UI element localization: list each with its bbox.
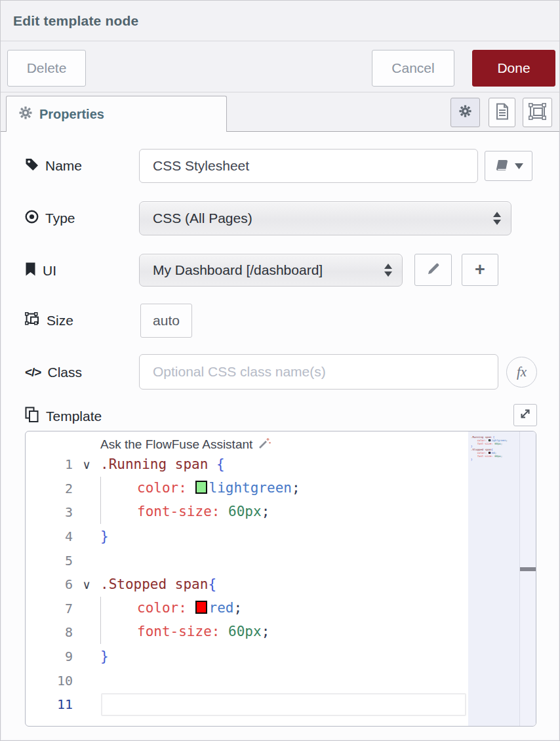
magic-wand-icon	[258, 437, 271, 452]
line-number: 9	[26, 649, 73, 664]
expand-icon	[520, 409, 530, 422]
code-icon: </>	[25, 365, 41, 380]
fold-chevron-icon[interactable]: ∨	[73, 458, 100, 471]
color-swatch[interactable]	[195, 601, 207, 614]
library-button[interactable]	[485, 151, 532, 181]
copy-pages-icon	[25, 407, 39, 426]
tab-properties[interactable]: Properties	[6, 96, 227, 132]
edit-template-node-dialog: Edit template node Delete Cancel Done Pr…	[0, 0, 560, 741]
gear-icon	[19, 106, 32, 122]
line-number: 11	[26, 696, 73, 712]
editor-scrollbar[interactable]	[519, 431, 536, 726]
color-swatch[interactable]	[195, 481, 207, 494]
line-number: 10	[26, 673, 73, 689]
line-number: 5	[26, 553, 73, 569]
minimap-line: }	[471, 458, 518, 462]
assistant-hint-text: Ask the FlowFuse Assistant	[100, 437, 252, 452]
gear-icon	[459, 105, 471, 120]
properties-tab-button[interactable]	[450, 98, 480, 127]
fx-button[interactable]: fx	[506, 357, 537, 388]
template-code-editor[interactable]: Ask the FlowFuse Assistant 1∨.Running sp…	[25, 431, 536, 727]
select-arrows-icon	[493, 212, 501, 225]
code-line[interactable]: 3font-size: 60px;	[26, 500, 536, 525]
class-input[interactable]	[139, 354, 498, 390]
circle-dot-icon	[25, 210, 39, 227]
code-line[interactable]: 5	[26, 548, 536, 572]
tab-properties-label: Properties	[39, 107, 104, 122]
code-line[interactable]: 7color: red;	[26, 597, 536, 621]
code-line[interactable]: 2color: lightgreen;	[26, 477, 536, 501]
dialog-header: Edit template node	[1, 1, 559, 41]
code-line[interactable]: 1∨.Running span {	[26, 452, 536, 477]
properties-panel: Name Type CSS (All Pages)	[1, 132, 559, 740]
type-select[interactable]: CSS (All Pages)	[139, 201, 511, 235]
code-lines[interactable]: 1∨.Running span {2color: lightgreen;3fon…	[26, 452, 536, 717]
line-number: 2	[26, 481, 73, 496]
pencil-icon	[426, 262, 441, 279]
assistant-hint[interactable]: Ask the FlowFuse Assistant	[26, 431, 536, 452]
code-line[interactable]: 11	[26, 692, 536, 717]
done-button[interactable]: Done	[472, 50, 555, 87]
action-bar: Delete Cancel Done	[1, 42, 559, 92]
template-label: Template	[25, 405, 102, 428]
edit-ui-button[interactable]	[414, 254, 452, 286]
code-line[interactable]: 6∨.Stopped span{	[26, 572, 536, 597]
object-group-icon	[529, 103, 546, 123]
line-number: 8	[26, 624, 73, 640]
line-number: 7	[26, 601, 73, 616]
name-input[interactable]	[139, 149, 478, 183]
editor-tab-bar: Properties	[1, 93, 559, 132]
code-line[interactable]: 4}	[26, 525, 536, 549]
type-select-value: CSS (All Pages)	[140, 210, 488, 226]
tag-icon	[25, 157, 39, 174]
description-tab-button[interactable]	[489, 98, 515, 127]
appearance-tab-button[interactable]	[523, 98, 552, 127]
select-arrows-icon	[384, 264, 392, 277]
class-label: </> Class	[25, 355, 82, 390]
line-number: 1	[26, 456, 73, 472]
size-auto-button[interactable]: auto	[140, 304, 192, 338]
document-icon	[495, 103, 510, 123]
fold-chevron-icon[interactable]: ∨	[73, 578, 100, 591]
editor-minimap[interactable]: .Running span { color: lightgreen; font-…	[468, 431, 519, 726]
plus-icon: +	[475, 261, 485, 279]
ui-label: UI	[25, 254, 56, 287]
code-line[interactable]: 9}	[26, 645, 536, 669]
size-label: Size	[25, 304, 73, 338]
line-number: 6	[26, 576, 73, 592]
name-label: Name	[25, 149, 82, 183]
add-ui-button[interactable]: +	[462, 254, 498, 286]
line-number: 4	[26, 529, 73, 544]
line-number: 3	[26, 504, 73, 520]
size-handles-icon	[25, 312, 40, 330]
expand-editor-button[interactable]	[513, 404, 537, 426]
delete-button[interactable]: Delete	[7, 50, 86, 87]
cancel-button[interactable]: Cancel	[372, 50, 454, 87]
ui-select[interactable]: My Dashboard [/dashboard]	[139, 254, 403, 287]
dialog-title: Edit template node	[13, 13, 138, 29]
bookmark-icon	[25, 262, 36, 279]
ui-select-value: My Dashboard [/dashboard]	[140, 262, 379, 278]
caret-down-icon	[515, 163, 523, 169]
book-icon	[494, 158, 523, 174]
code-line[interactable]: 10	[26, 668, 536, 692]
type-label: Type	[25, 201, 75, 235]
scrollbar-thumb[interactable]	[520, 567, 536, 571]
code-line[interactable]: 8font-size: 60px;	[26, 620, 536, 645]
